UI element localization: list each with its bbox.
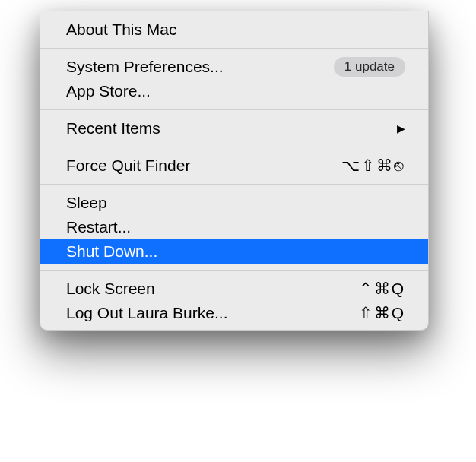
- menu-item-label: App Store...: [66, 82, 151, 100]
- menu-item-label: Shut Down...: [66, 242, 157, 261]
- keyboard-shortcut: ⌥⇧⌘⎋: [341, 157, 405, 175]
- menu-item-recent-items[interactable]: Recent Items ▶: [40, 116, 428, 141]
- menu-separator: [40, 184, 428, 185]
- apple-menu: About This Mac System Preferences... 1 u…: [40, 11, 429, 331]
- menu-item-log-out[interactable]: Log Out Laura Burke... ⇧⌘Q: [40, 301, 428, 325]
- menu-item-label: Recent Items: [66, 119, 160, 138]
- keyboard-shortcut: ⌃⌘Q: [359, 280, 405, 298]
- menu-item-label: About This Mac: [66, 21, 177, 39]
- menu-separator: [40, 109, 428, 110]
- menu-item-system-preferences[interactable]: System Preferences... 1 update: [40, 55, 428, 79]
- submenu-arrow-icon: ▶: [397, 122, 405, 134]
- menu-item-force-quit[interactable]: Force Quit Finder ⌥⇧⌘⎋: [40, 153, 428, 178]
- update-badge: 1 update: [334, 57, 405, 77]
- menu-item-about[interactable]: About This Mac: [40, 17, 428, 42]
- menu-item-restart[interactable]: Restart...: [40, 215, 428, 239]
- menu-separator: [40, 270, 428, 271]
- menu-item-label: Force Quit Finder: [66, 157, 190, 175]
- menu-item-label: System Preferences...: [66, 58, 224, 76]
- menu-item-shut-down[interactable]: Shut Down...: [40, 239, 428, 264]
- menu-item-app-store[interactable]: App Store...: [40, 79, 428, 103]
- menu-item-lock-screen[interactable]: Lock Screen ⌃⌘Q: [40, 277, 428, 301]
- menu-item-label: Log Out Laura Burke...: [66, 304, 227, 322]
- menu-item-label: Restart...: [66, 218, 131, 236]
- menu-item-label: Sleep: [66, 194, 107, 212]
- keyboard-shortcut: ⇧⌘Q: [359, 304, 405, 322]
- menu-item-label: Lock Screen: [66, 280, 155, 298]
- menu-separator: [40, 48, 428, 49]
- menu-separator: [40, 147, 428, 147]
- menu-item-sleep[interactable]: Sleep: [40, 191, 428, 215]
